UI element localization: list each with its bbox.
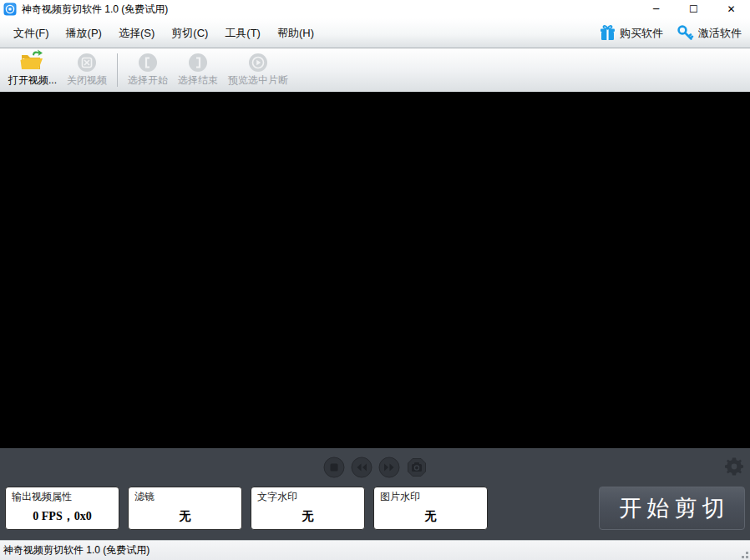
fast-forward-button[interactable] (378, 457, 400, 478)
menu-help[interactable]: 帮助(H) (269, 22, 322, 45)
open-video-label: 打开视频... (8, 73, 57, 88)
activate-software-button[interactable]: 激活软件 (673, 23, 745, 43)
buy-software-label: 购买软件 (620, 26, 663, 41)
status-bar: 神奇视频剪切软件 1.0 (免费试用) (0, 540, 750, 560)
buy-software-button[interactable]: 购买软件 (595, 23, 666, 43)
start-cut-button[interactable]: 开始剪切 (599, 487, 745, 530)
output-properties-value: 0 FPS，0x0 (12, 509, 113, 524)
filter-panel[interactable]: 滤镜 无 (128, 487, 242, 530)
preview-selection-button[interactable]: 预览选中片断 (223, 50, 293, 90)
select-start-label: 选择开始 (128, 73, 168, 88)
output-properties-panel[interactable]: 输出视频属性 0 FPS，0x0 (5, 487, 119, 530)
close-video-icon (77, 52, 97, 73)
maximize-button[interactable]: ☐ (675, 0, 712, 18)
info-panel-row: 输出视频属性 0 FPS，0x0 滤镜 无 文字水印 无 图片水印 无 开始剪切 (0, 487, 750, 530)
stop-button[interactable] (323, 457, 345, 478)
toolbar-separator (117, 53, 118, 87)
close-button[interactable]: ✕ (712, 0, 750, 18)
output-properties-label: 输出视频属性 (12, 490, 113, 504)
transport-controls (0, 448, 750, 487)
menu-cut[interactable]: 剪切(C) (163, 22, 216, 45)
minimize-button[interactable]: ─ (637, 0, 675, 18)
toolbar: 打开视频... 关闭视频 选择开始 选择结束 (0, 48, 750, 92)
select-start-icon (138, 52, 158, 73)
title-bar: 神奇视频剪切软件 1.0 (免费试用) ─ ☐ ✕ (0, 0, 750, 18)
image-watermark-label: 图片水印 (380, 490, 481, 504)
menu-select[interactable]: 选择(S) (110, 22, 163, 45)
key-icon (677, 24, 695, 42)
image-watermark-value: 无 (380, 509, 481, 524)
text-watermark-label: 文字水印 (257, 490, 358, 504)
resize-grip[interactable] (737, 547, 748, 558)
window-title: 神奇视频剪切软件 1.0 (免费试用) (22, 3, 637, 17)
control-region: 输出视频属性 0 FPS，0x0 滤镜 无 文字水印 无 图片水印 无 开始剪切 (0, 448, 750, 540)
close-video-button[interactable]: 关闭视频 (62, 50, 112, 90)
menu-file[interactable]: 文件(F) (5, 22, 58, 45)
text-watermark-value: 无 (257, 509, 358, 524)
preview-selection-label: 预览选中片断 (228, 73, 288, 88)
gift-icon (599, 24, 616, 42)
menu-bar: 文件(F) 播放(P) 选择(S) 剪切(C) 工具(T) 帮助(H) 购买软件… (0, 18, 750, 48)
filter-label: 滤镜 (134, 490, 236, 504)
snapshot-button[interactable] (406, 457, 428, 478)
select-end-button[interactable]: 选择结束 (173, 50, 223, 90)
activate-software-label: 激活软件 (698, 26, 742, 41)
open-video-button[interactable]: 打开视频... (3, 50, 62, 90)
menu-play[interactable]: 播放(P) (58, 22, 110, 45)
rewind-button[interactable] (351, 457, 372, 478)
text-watermark-panel[interactable]: 文字水印 无 (251, 487, 365, 530)
menu-tools[interactable]: 工具(T) (216, 22, 269, 45)
app-icon (3, 3, 17, 16)
gear-icon[interactable] (724, 457, 744, 477)
close-video-label: 关闭视频 (67, 73, 107, 88)
select-start-button[interactable]: 选择开始 (123, 50, 173, 90)
filter-value: 无 (134, 509, 236, 524)
preview-selection-icon (248, 52, 268, 73)
status-text: 神奇视频剪切软件 1.0 (免费试用) (3, 543, 149, 557)
open-video-folder-icon (18, 48, 47, 73)
image-watermark-panel[interactable]: 图片水印 无 (373, 487, 488, 530)
select-end-label: 选择结束 (178, 73, 218, 88)
video-display (0, 92, 750, 448)
select-end-icon (188, 52, 208, 73)
